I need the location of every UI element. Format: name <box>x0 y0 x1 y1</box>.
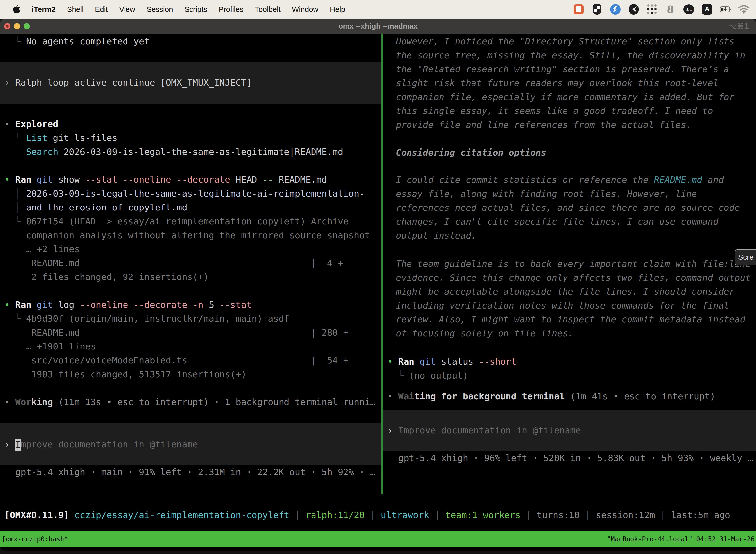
text-segment: › <box>4 439 15 449</box>
git-show-wrap-1: │ 2026-03-09-is-legal-the-same-as-legiti… <box>0 187 381 201</box>
screen-overlay-tab[interactable]: Scre <box>735 250 756 265</box>
git-log-stat-2: src/voice/voiceModeEnabled.ts | 54 + <box>0 353 381 367</box>
wifi-icon[interactable] <box>738 4 750 15</box>
menu-bar: iTerm2 Shell Edit View Session Scripts P… <box>0 0 756 19</box>
text-segment: 067f154 (HEAD -> essay/ai-reimplementati… <box>26 216 349 226</box>
text-segment: and-the-erosion-of-copyleft.md <box>26 202 187 213</box>
text-segment: git <box>420 356 436 367</box>
ralph-loop-box: › Ralph loop active continue [OMX_TMUX_I… <box>0 62 381 104</box>
text-segment: the "Related research writing" section i… <box>396 64 729 74</box>
shield-grid-icon[interactable] <box>591 4 603 15</box>
blue-bolt-icon[interactable] <box>610 4 621 15</box>
git-log-command: • Ran git log --oneline --decorate -n 5 … <box>0 298 381 312</box>
ralph-loop-line: › Ralph loop active continue [OMX_TMUX_I… <box>0 62 381 90</box>
text-segment: … +2 lines <box>4 244 80 254</box>
kaleidoscope-icon[interactable] <box>628 4 639 15</box>
text-segment: • <box>387 391 398 401</box>
chat-app-icon[interactable] <box>573 4 584 15</box>
text-segment: Considering citation options <box>396 148 547 158</box>
menu-item-edit[interactable]: Edit <box>95 5 108 14</box>
working-status-line: • Working (11m 13s • esc to interrupt) ·… <box>0 395 381 409</box>
text-segment <box>69 510 74 520</box>
badge-61-icon[interactable]: .61 <box>683 4 694 15</box>
dots-grid-icon[interactable] <box>646 4 658 15</box>
text-segment: show <box>53 174 85 185</box>
text-segment: of focusing solely on file lines. <box>396 328 573 338</box>
text-segment: last:5m ago <box>671 510 730 520</box>
menu-item-shell[interactable]: Shell <box>67 5 83 14</box>
thinking-paragraph-line: evidence. Since this change only affects… <box>383 271 756 285</box>
battery-icon[interactable] <box>720 4 731 15</box>
prompt-input-right[interactable]: › Improve documentation in @filename <box>383 409 756 437</box>
terminal-content: └ No agents completed yet › Ralph loop a… <box>0 34 756 531</box>
thinking-paragraph-line: I could cite commit statistics or refere… <box>383 173 756 187</box>
text-segment: However, I noticed the "Directory Struct… <box>396 36 735 46</box>
text-segment: [OMX#0.11.9] <box>4 510 69 520</box>
text-segment: session:12m <box>596 510 655 520</box>
text-segment: Wor <box>15 397 31 407</box>
thinking-paragraph-line: references need actual files, and since … <box>383 201 756 215</box>
squiggle-icon[interactable]: 8 <box>665 4 676 15</box>
letter-a-icon[interactable]: A <box>701 4 713 15</box>
thinking-heading: Considering citation options <box>383 146 756 160</box>
thinking-paragraph-line: the "Related research writing" section i… <box>383 62 756 76</box>
text-segment: | <box>429 510 445 520</box>
terminal-window: omx --xhigh --madmax ⌥⌘1 └ No agents com… <box>0 19 756 551</box>
right-pane[interactable]: However, I noticed the "Directory Struct… <box>383 34 756 494</box>
text-segment: status <box>436 356 479 367</box>
text-segment: ralph:11/20 <box>306 510 365 520</box>
text-segment: cczip/essay/ai-reimplementation-copyleft <box>74 510 290 520</box>
text-segment: essay file, along with finding root file… <box>396 189 697 199</box>
text-segment: • <box>4 174 15 185</box>
thinking-paragraph-line: slight risk that future readers may over… <box>383 76 756 90</box>
git-show-output-1: └ 067f154 (HEAD -> essay/ai-reimplementa… <box>0 214 381 228</box>
apple-menu-icon[interactable] <box>12 4 21 14</box>
text-segment: 4b9d30f (origin/main, instructkr/main, m… <box>26 314 290 324</box>
text-segment: output instead. <box>396 230 477 240</box>
menu-item-window[interactable]: Window <box>292 5 318 14</box>
text-segment: Improve documentation in @filename <box>398 425 581 435</box>
prompt-box-left[interactable]: › Improve documentation in @filename <box>0 424 381 465</box>
text-segment: | <box>655 510 671 520</box>
left-pane[interactable]: └ No agents completed yet › Ralph loop a… <box>0 34 381 494</box>
menu-item-scripts[interactable]: Scripts <box>185 5 207 14</box>
text-segment: -- <box>262 174 273 185</box>
explored-search-line: Search 2026-03-09-is-legal-the-same-as-l… <box>0 145 381 159</box>
text-segment: I <box>15 439 20 451</box>
text-segment: 2 files changed, 92 insertions(+) <box>4 272 209 282</box>
thinking-paragraph-line: review. Also, I might want to inspect th… <box>383 313 756 326</box>
menu-item-help[interactable]: Help <box>330 5 345 14</box>
text-segment: | <box>365 510 381 520</box>
prompt-box-right[interactable]: › Improve documentation in @filename <box>383 409 756 451</box>
menu-item-toolbelt[interactable]: Toolbelt <box>255 5 280 14</box>
tab-shortcut-badge: ⌥⌘1 <box>729 22 749 31</box>
text-segment: review. Also, I might want to inspect th… <box>396 314 745 324</box>
text-segment: companion analysis without altering the … <box>4 230 370 240</box>
tmux-session-label[interactable]: [omx-cczip0:bash* <box>2 535 68 543</box>
text-segment: | <box>290 510 306 520</box>
menu-status-icons: 8 .61 A <box>573 4 750 15</box>
text-segment: the source tree, missing the essay. Stil… <box>396 50 745 60</box>
text-segment: slight risk that future readers may over… <box>396 78 718 88</box>
text-segment: git ls-files <box>47 133 117 143</box>
menu-item-session[interactable]: Session <box>146 5 173 14</box>
tmux-status-bar[interactable]: [omx-cczip0:bash* "MacBook-Pro-44.local"… <box>0 531 756 547</box>
title-bar[interactable]: omx --xhigh --madmax ⌥⌘1 <box>0 19 756 34</box>
text-segment: | <box>521 510 537 520</box>
thinking-paragraph-line: companion file, especially if more comme… <box>383 90 756 104</box>
text-segment: king <box>31 397 53 407</box>
git-log-output-1: └ 4b9d30f (origin/main, instructkr/main,… <box>0 312 381 326</box>
text-segment: src/voice/voiceModeEnabled.ts | 54 + <box>4 355 349 365</box>
text-segment: 2026-03-09-is-legal-the-same-as-legitima… <box>26 188 365 199</box>
menu-app-name[interactable]: iTerm2 <box>32 5 56 14</box>
text-segment: (1m 41s • esc to interrupt) <box>565 391 715 401</box>
menu-item-profiles[interactable]: Profiles <box>218 5 243 14</box>
text-segment: • <box>4 397 15 407</box>
prompt-input-left[interactable]: › Improve documentation in @filename <box>0 424 381 451</box>
text-segment: › <box>387 425 398 435</box>
text-segment: README.md <box>654 175 702 185</box>
text-segment: (no output) <box>409 370 468 381</box>
menu-item-view[interactable]: View <box>119 5 135 14</box>
text-segment: provide file and line references from th… <box>396 120 692 130</box>
waiting-status-line: • Waiting for background terminal (1m 41… <box>383 389 756 403</box>
